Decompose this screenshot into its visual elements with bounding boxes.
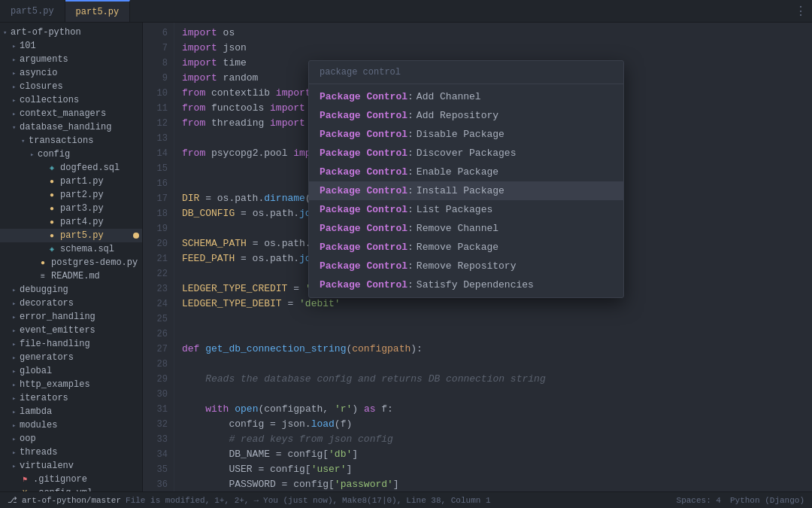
pkg-prefix-2: Package Control	[320, 129, 408, 140]
popup-item-enable-package[interactable]: Package Control : Enable Package	[309, 163, 623, 181]
icon-py-part4: ●	[47, 217, 57, 227]
ln-15: 15	[143, 161, 168, 176]
popup-overlay: package control Package Control : Add Ch…	[308, 60, 624, 298]
sidebar-root-folder[interactable]: art-of-python	[0, 26, 142, 39]
arrow-iterators	[12, 394, 20, 403]
tab-part5-inactive[interactable]: part5.py	[0, 0, 65, 22]
pkg-action-7: Remove Channel	[417, 223, 498, 234]
pkg-prefix-8: Package Control	[320, 242, 408, 253]
label-collections: collections	[20, 95, 139, 105]
sidebar-item-context-managers[interactable]: context_managers	[0, 107, 142, 120]
arrow-debugging	[12, 286, 20, 294]
sidebar-item-collections[interactable]: collections	[0, 93, 142, 107]
popup-item-discover-packages[interactable]: Package Control : Discover Packages	[309, 144, 623, 163]
label-threads: threads	[20, 447, 139, 458]
sidebar-item-event-emitters[interactable]: event_emitters	[0, 324, 142, 337]
sidebar-item-config[interactable]: config	[0, 148, 142, 161]
sidebar-item-part2[interactable]: ● part2.py	[0, 188, 142, 202]
arrow-context-managers	[12, 110, 20, 118]
ln-22: 22	[143, 266, 168, 281]
arrow-config	[30, 151, 38, 159]
arrow-closures	[12, 83, 20, 91]
ln-11: 11	[143, 101, 168, 116]
arrow-oop	[12, 435, 20, 443]
sidebar-item-error-handling[interactable]: error_handling	[0, 310, 142, 324]
editor-area: package control Package Control : Add Ch…	[143, 23, 812, 491]
sidebar-item-virtualenv[interactable]: virtualenv	[0, 459, 142, 473]
code-line-26	[182, 327, 812, 342]
popup-item-remove-package[interactable]: Package Control : Remove Package	[309, 238, 623, 257]
label-iterators: iterators	[20, 393, 139, 403]
ln-8: 8	[143, 56, 168, 71]
sidebar-item-asyncio[interactable]: asyncio	[0, 66, 142, 80]
sidebar-item-iterators[interactable]: iterators	[0, 391, 142, 405]
sidebar-item-part3[interactable]: ● part3.py	[0, 202, 142, 215]
sidebar-item-global[interactable]: global	[0, 364, 142, 378]
sidebar-item-oop[interactable]: oop	[0, 432, 142, 446]
sidebar-item-readme-transactions[interactable]: ≡ README.md	[0, 269, 142, 283]
arrow-virtualenv	[12, 462, 20, 470]
ln-36: 36	[143, 477, 168, 491]
code-line-31: with open(configpath, 'r') as f:	[182, 402, 812, 417]
sidebar-item-101[interactable]: 101	[0, 39, 142, 53]
ln-35: 35	[143, 462, 168, 477]
sidebar-item-gitignore[interactable]: ⚑ .gitignore	[0, 473, 142, 486]
popup-item-remove-channel[interactable]: Package Control : Remove Channel	[309, 219, 623, 238]
status-make: Make8(17|0),	[342, 496, 401, 505]
status-right: Spaces: 4 Python (Django)	[677, 496, 804, 505]
ln-12: 12	[143, 116, 168, 131]
arrow-arguments	[12, 56, 20, 64]
ln-19: 19	[143, 221, 168, 236]
sidebar-item-debugging[interactable]: debugging	[0, 283, 142, 297]
sidebar-item-arguments[interactable]: arguments	[0, 53, 142, 66]
sidebar-item-transactions[interactable]: transactions	[0, 134, 142, 148]
popup-item-list-packages[interactable]: Package Control : List Packages	[309, 200, 623, 219]
pkg-prefix-7: Package Control	[320, 223, 408, 234]
code-line-28	[182, 357, 812, 372]
code-line-32: config = json.load(f)	[182, 417, 812, 432]
code-line-24: LEDGER_TYPE_DEBIT = 'debit'	[182, 297, 812, 312]
sidebar-item-dogfeed-sql[interactable]: ◈ dogfeed.sql	[0, 161, 142, 175]
sidebar-item-postgres-demo[interactable]: ● postgres-demo.py	[0, 256, 142, 269]
sidebar-item-modules[interactable]: modules	[0, 418, 142, 432]
status-branch: ⎇	[8, 495, 17, 505]
sidebar-item-decorators[interactable]: decorators	[0, 297, 142, 310]
sidebar-item-part5[interactable]: ● part5.py	[0, 229, 142, 242]
status-branch-label: art-of-python/master	[22, 496, 121, 505]
sidebar-item-lambda[interactable]: lambda	[0, 405, 142, 418]
label-transactions: transactions	[29, 135, 139, 146]
popup-item-add-channel[interactable]: Package Control : Add Channel	[309, 87, 623, 106]
pkg-action-1: Add Repository	[417, 110, 498, 121]
popup-item-remove-repository[interactable]: Package Control : Remove Repository	[309, 257, 623, 275]
sidebar-item-generators[interactable]: generators	[0, 351, 142, 364]
menu-button[interactable]: ⋮	[789, 0, 812, 22]
sidebar-item-file-handling[interactable]: file-handling	[0, 337, 142, 351]
status-git-status: You (just now),	[263, 496, 338, 505]
arrow-threads	[12, 449, 20, 457]
sidebar-item-part1[interactable]: ● part1.py	[0, 175, 142, 188]
tab-part5-active[interactable]: part5.py	[65, 0, 131, 22]
sidebar-item-part4[interactable]: ● part4.py	[0, 215, 142, 229]
sidebar-item-http-examples[interactable]: http_examples	[0, 378, 142, 391]
popup-item-satisfy-dependencies[interactable]: Package Control : Satisfy Dependencies	[309, 275, 623, 294]
code-line-29: Reads the database config and returns DB…	[182, 372, 812, 387]
popup-item-add-repository[interactable]: Package Control : Add Repository	[309, 106, 623, 125]
sidebar-item-config-yml[interactable]: Y _config.yml	[0, 486, 142, 491]
tab-spacer	[130, 0, 789, 22]
ln-33: 33	[143, 432, 168, 447]
sidebar-item-database-handling[interactable]: database_handling	[0, 120, 142, 134]
sidebar-root-label: art-of-python	[11, 27, 139, 38]
sidebar-item-schema-sql[interactable]: ◈ schema.sql	[0, 242, 142, 256]
status-line-col: Line 38, Column 1	[406, 496, 490, 505]
popup-item-install-package[interactable]: Package Control : Install Package	[309, 181, 623, 200]
sidebar-item-threads[interactable]: threads	[0, 446, 142, 459]
label-arguments: arguments	[20, 54, 139, 65]
pkg-prefix-3: Package Control	[320, 148, 408, 159]
label-database-handling: database_handling	[20, 122, 139, 132]
icon-md-readme-t: ≡	[38, 271, 48, 281]
label-part1: part1.py	[60, 176, 139, 187]
ln-28: 28	[143, 357, 168, 372]
popup-item-disable-package[interactable]: Package Control : Disable Package	[309, 125, 623, 144]
sidebar-item-closures[interactable]: closures	[0, 80, 142, 93]
pkg-prefix-0: Package Control	[320, 91, 408, 102]
